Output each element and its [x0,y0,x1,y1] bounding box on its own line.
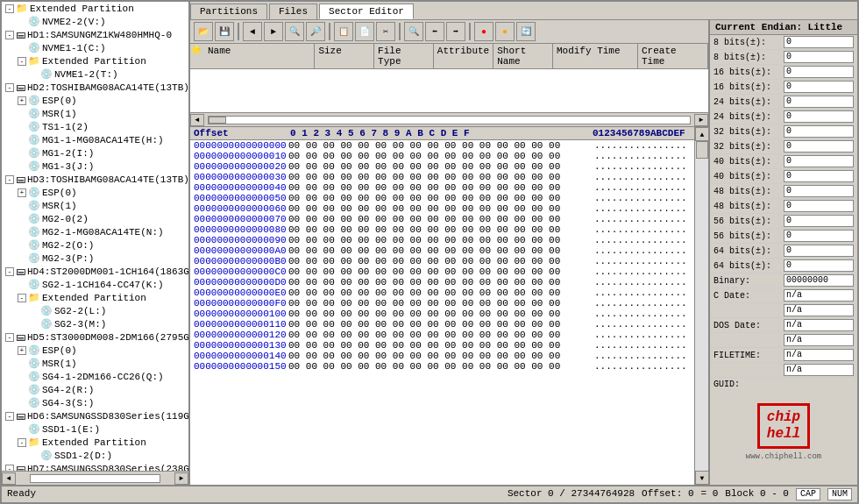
tree-item-hd2[interactable]: -🖴HD2:TOSHIBAMG08ACA14TE(13TB) [2,81,188,94]
toolbar-fwd[interactable]: ► [264,22,283,41]
toolbar-save[interactable]: 💾 [215,22,234,41]
hex-row-6[interactable]: 0000000000000060 00 00 00 00 00 00 00 00… [190,203,694,214]
tree-item-hd4[interactable]: -🖴HD4:ST2000DM001-1CH164(1863GB [2,265,188,278]
hex-bytes-val[interactable]: 00 00 00 00 00 00 00 00 00 00 00 00 00 0… [287,309,591,319]
hex-scroll-track[interactable] [695,141,708,471]
hscroll-thumb[interactable] [209,117,226,124]
tree-item-ext-partition-1[interactable]: -📁Extended Partition [2,54,188,67]
col-name[interactable]: Name [204,44,315,68]
hex-bytes-val[interactable]: 00 00 00 00 00 00 00 00 00 00 00 00 00 0… [287,287,591,298]
hex-bytes-val[interactable]: 00 00 00 00 00 00 00 00 00 00 00 00 00 0… [287,330,591,340]
hex-bytes-val[interactable]: 00 00 00 00 00 00 00 00 00 00 00 00 00 0… [287,340,591,351]
tree-item-ssd1-2d[interactable]: 💿SSD1-2(D:) [2,449,188,462]
toolbar-orange[interactable]: ● [495,22,515,41]
hex-bytes-val[interactable]: 00 00 00 00 00 00 00 00 00 00 00 00 00 0… [287,351,591,361]
toolbar-zoom-out[interactable]: 🔍 [285,22,304,41]
hex-row-8[interactable]: 0000000000000080 00 00 00 00 00 00 00 00… [190,224,694,235]
hex-row-14[interactable]: 00000000000000E0 00 00 00 00 00 00 00 00… [190,287,694,298]
toolbar-red[interactable]: ● [474,22,493,41]
tab-sector-editor[interactable]: Sector Editor [319,4,414,19]
col-shortname[interactable]: Short Name [493,44,553,68]
toolbar-prev[interactable]: ⬅ [425,22,444,41]
toolbar-zoom-in[interactable]: 🔎 [306,22,325,41]
tree-item-mg1-2[interactable]: 💿MG1-2(I:) [2,146,188,160]
tab-files[interactable]: Files [269,4,317,19]
tree-item-sg2-2l[interactable]: 💿SG2-2(L:) [2,304,188,317]
tree-item-hd3[interactable]: -🖴HD3:TOSHIBAMG08ACA14TE(13TB) [2,173,188,186]
tree-item-mg2-mg08n[interactable]: 💿MG2-1-MG08ACA14TE(N:) [2,225,188,238]
hex-row-3[interactable]: 0000000000000030 00 00 00 00 00 00 00 00… [190,172,694,182]
hex-row-0[interactable]: 0000000000000000 00 00 00 00 00 00 00 00… [190,140,694,151]
hex-bytes-val[interactable]: 00 00 00 00 00 00 00 00 00 00 00 00 00 0… [287,319,591,330]
tree-expand-ext-partition-3[interactable]: - [18,438,26,447]
hex-bytes-val[interactable]: 00 00 00 00 00 00 00 00 00 00 00 00 00 0… [287,224,591,235]
tree-item-ext-partition-3[interactable]: -📁Extended Partition [2,436,188,449]
tree-item-hd5-msr1[interactable]: 💿MSR(1) [2,357,188,370]
hex-row-20[interactable]: 0000000000000140 00 00 00 00 00 00 00 00… [190,351,694,361]
hex-bytes-val[interactable]: 00 00 00 00 00 00 00 00 00 00 00 00 00 0… [287,140,591,151]
hex-bytes-val[interactable]: 00 00 00 00 00 00 00 00 00 00 00 00 00 0… [287,235,591,245]
col-modifytime[interactable]: Modify Time [553,44,638,68]
hex-row-4[interactable]: 0000000000000040 00 00 00 00 00 00 00 00… [190,182,694,193]
hex-row-7[interactable]: 0000000000000070 00 00 00 00 00 00 00 00… [190,214,694,224]
hex-bytes-val[interactable]: 00 00 00 00 00 00 00 00 00 00 00 00 00 0… [287,161,591,172]
tree-item-nvme1-2[interactable]: 💿NVME1-2(T:) [2,67,188,81]
hex-row-9[interactable]: 0000000000000090 00 00 00 00 00 00 00 00… [190,235,694,245]
hex-row-16[interactable]: 0000000000000100 00 00 00 00 00 00 00 00… [190,309,694,319]
hex-row-19[interactable]: 0000000000000130 00 00 00 00 00 00 00 00… [190,340,694,351]
hex-row-10[interactable]: 00000000000000A0 00 00 00 00 00 00 00 00… [190,245,694,256]
hex-row-21[interactable]: 0000000000000150 00 00 00 00 00 00 00 00… [190,361,694,372]
toolbar-back[interactable]: ◄ [243,22,262,41]
hex-bytes-val[interactable]: 00 00 00 00 00 00 00 00 00 00 00 00 00 0… [287,266,591,277]
toolbar-cut[interactable]: ✂ [376,22,395,41]
tree-item-sg4-2r[interactable]: 💿SG4-2(R:) [2,383,188,396]
tree-expand-hd1[interactable]: - [5,31,14,39]
col-filetype[interactable]: File Type [374,44,434,68]
hex-bytes-val[interactable]: 00 00 00 00 00 00 00 00 00 00 00 00 00 0… [287,245,591,256]
hex-scroll-down[interactable]: ▼ [695,471,708,485]
hex-editor[interactable]: Offset 0 1 2 3 4 5 6 7 8 9 A B C D E F 0… [190,127,694,485]
tree-expand-hd3-esp0[interactable]: + [18,188,26,197]
tree-scroll-right[interactable]: ► [174,472,188,485]
tree-expand-hd7[interactable]: - [5,465,14,472]
hscroll-right[interactable]: ► [694,114,708,126]
tree-item-hd5-esp0[interactable]: +💿ESP(0) [2,344,188,357]
tree-expand-hd6[interactable]: - [5,412,14,421]
tree-expand-esp0[interactable]: + [18,96,26,105]
tree-expand-ext-partition-0[interactable]: - [5,4,14,13]
tree-item-mg2-3p[interactable]: 💿MG2-3(P:) [2,252,188,265]
toolbar-refresh[interactable]: 🔄 [516,22,536,41]
tree-item-hd1-c1[interactable]: 💿NVME1-1(C:) [2,41,188,54]
tree-item-hd1[interactable]: -🖴HD1:SAMSUNGMZ1KW480HMHQ-0 [2,28,188,41]
tree-scrollbar[interactable]: ◄ ► [2,471,188,485]
tree-scroll-left[interactable]: ◄ [2,472,16,485]
tree-item-nvme2-2[interactable]: 💿NVME2-2(V:) [2,15,188,28]
tree-expand-hd3[interactable]: - [5,175,14,184]
tree-item-hd6[interactable]: -🖴HD6:SAMSUNGSSD830Series(119GB [2,409,188,422]
hex-row-15[interactable]: 00000000000000F0 00 00 00 00 00 00 00 00… [190,298,694,309]
tree-expand-ext-partition-2[interactable]: - [18,294,26,302]
hex-row-18[interactable]: 0000000000000120 00 00 00 00 00 00 00 00… [190,330,694,340]
hex-bytes-val[interactable]: 00 00 00 00 00 00 00 00 00 00 00 00 00 0… [287,182,591,193]
hex-row-13[interactable]: 00000000000000D0 00 00 00 00 00 00 00 00… [190,277,694,287]
tree-scroll-track[interactable] [30,474,160,483]
hscrollbar[interactable]: ◄ ► [190,113,708,127]
tree-item-sg4-3s[interactable]: 💿SG4-3(S:) [2,396,188,409]
col-size[interactable]: Size [315,44,374,68]
hex-row-5[interactable]: 0000000000000050 00 00 00 00 00 00 00 00… [190,193,694,203]
tree-item-hd7[interactable]: -🖴HD7:SAMSUNGSSD830Series(238GB [2,462,188,471]
hex-scroll-up[interactable]: ▲ [695,127,708,141]
tree-expand-hd5-esp0[interactable]: + [18,346,26,355]
toolbar-next[interactable]: ➡ [446,22,465,41]
hex-row-2[interactable]: 0000000000000020 00 00 00 00 00 00 00 00… [190,161,694,172]
tree-item-mg1-mg08[interactable]: 💿MG1-1-MG08ACA14TE(H:) [2,133,188,146]
tree-item-ext-partition-2[interactable]: -📁Extended Partition [2,291,188,304]
hex-bytes-val[interactable]: 00 00 00 00 00 00 00 00 00 00 00 00 00 0… [287,298,591,309]
tree-item-ssd1-1e[interactable]: 💿SSD1-1(E:) [2,422,188,436]
tree-item-hd3-msr1[interactable]: 💿MSR(1) [2,199,188,212]
tree-panel[interactable]: -📁Extended Partition💿NVME2-2(V:)-🖴HD1:SA… [2,2,190,471]
tree-expand-hd5[interactable]: - [5,333,14,342]
toolbar-find[interactable]: 🔍 [404,22,423,41]
tree-item-esp0[interactable]: +💿ESP(0) [2,94,188,107]
hex-bytes-val[interactable]: 00 00 00 00 00 00 00 00 00 00 00 00 00 0… [287,203,591,214]
